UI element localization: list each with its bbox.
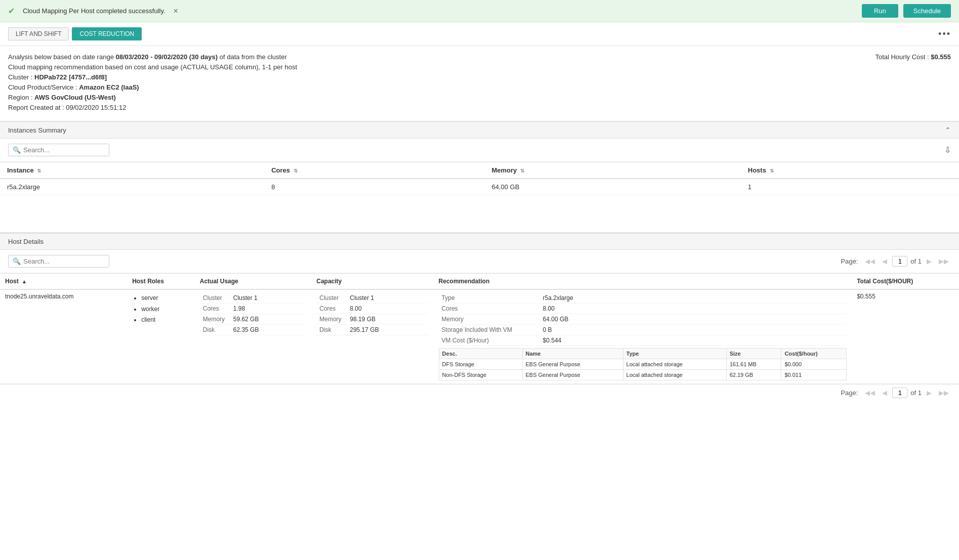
page-of-top: of 1	[910, 257, 922, 265]
instance-sort-icon[interactable]: ⇅	[37, 168, 41, 174]
instances-table: Instance ⇅ Cores ⇅ Memory ⇅ Hosts ⇅ r5a	[0, 162, 959, 195]
cluster-text: Cluster : HDPab722 [4757...d6f8]	[8, 73, 297, 81]
instances-section: Instances Summary ⌃ 🔍 ⇩ Instance ⇅ Cores…	[0, 121, 959, 233]
host-pagination-bottom: Page: ◀◀ ◀ of 1 ▶ ▶▶	[0, 384, 959, 401]
host-details-search-wrap: 🔍	[8, 255, 109, 268]
page-of-bottom: of 1	[910, 389, 922, 397]
host-table: Host ▲ Host Roles Actual Usage Capacity …	[0, 273, 959, 384]
page-next-bottom[interactable]: ▶	[925, 388, 934, 398]
date-range-suffix: of data from the cluster	[218, 53, 287, 61]
notification-bar: ✔ Cloud Mapping Per Host completed succe…	[0, 0, 959, 22]
tab-cost-reduction[interactable]: COST REDUCTION	[72, 27, 142, 40]
run-button[interactable]: Run	[862, 4, 898, 18]
cell-total-cost: $0.555	[852, 289, 959, 384]
page-label-top: Page:	[841, 257, 858, 265]
region-text: Region : AWS GovCloud (US-West)	[8, 94, 297, 101]
instances-search-row: 🔍 ⇩	[0, 139, 959, 162]
cell-instance: r5a.2xlarge	[0, 179, 264, 195]
instances-summary-collapse-button[interactable]: ⌃	[945, 126, 951, 134]
instances-download-button[interactable]: ⇩	[944, 145, 951, 155]
product-text: Cloud Product/Service : Amazon EC2 (IaaS…	[8, 83, 297, 91]
page-last-top[interactable]: ▶▶	[937, 256, 951, 266]
total-cost-display: Total Hourly Cost : $0.555	[875, 53, 951, 61]
host-details-search-row: 🔍 Page: ◀◀ ◀ of 1 ▶ ▶▶	[0, 250, 959, 273]
host-sort-icon[interactable]: ▲	[22, 279, 27, 284]
instances-search-wrap: 🔍	[8, 144, 109, 156]
instances-search-icon: 🔍	[13, 146, 21, 154]
cell-recommendation: Typer5a.2xlarge Cores8.00 Memory64.00 GB…	[434, 289, 852, 384]
notification-close-button[interactable]: ×	[171, 6, 181, 17]
col-host: Host ▲	[0, 274, 127, 290]
tabs-row: LIFT AND SHIFT COST REDUCTION •••	[0, 22, 959, 46]
cell-actual-usage: ClusterCluster 1Cores1.98Memory59.62 GBD…	[195, 289, 312, 384]
date-range-text: Analysis below based on date range 08/03…	[8, 53, 297, 61]
success-icon: ✔	[8, 6, 15, 16]
notification-actions: Run Schedule	[862, 4, 951, 18]
instances-table-header-row: Instance ⇅ Cores ⇅ Memory ⇅ Hosts ⇅	[0, 162, 959, 179]
page-next-top[interactable]: ▶	[925, 256, 934, 266]
host-table-header-row: Host ▲ Host Roles Actual Usage Capacity …	[0, 274, 959, 290]
report-created-text: Report Created at : 09/02/2020 15:51:12	[8, 104, 297, 111]
host-pagination-top: Page: ◀◀ ◀ of 1 ▶ ▶▶	[841, 256, 951, 267]
analysis-info: Analysis below based on date range 08/03…	[8, 53, 297, 114]
host-details-search-icon: 🔍	[13, 257, 21, 265]
total-cost-value: $0.555	[931, 53, 951, 61]
cores-sort-icon[interactable]: ⇅	[294, 168, 298, 174]
date-range-prefix: Analysis below based on date range	[8, 53, 115, 61]
page-first-top[interactable]: ◀◀	[863, 256, 877, 266]
host-details-header: Host Details	[0, 233, 959, 250]
host-table-row: tnode25.unraveldata.com serverworkerclie…	[0, 289, 959, 384]
page-prev-top[interactable]: ◀	[880, 256, 889, 266]
page-number-input-bottom[interactable]	[892, 387, 907, 398]
col-instance: Instance ⇅	[0, 162, 264, 179]
cell-host-roles: serverworkerclient	[127, 289, 195, 384]
tab-more-button[interactable]: •••	[938, 29, 951, 39]
instances-search-input[interactable]	[23, 146, 105, 154]
notification-message: Cloud Mapping Per Host completed success…	[23, 7, 165, 15]
cell-cores: 8	[264, 179, 484, 195]
cell-host-name: tnode25.unraveldata.com	[0, 289, 127, 384]
page-label-bottom: Page:	[841, 389, 858, 397]
notification-left: ✔ Cloud Mapping Per Host completed succe…	[8, 6, 181, 17]
host-details-search-input[interactable]	[23, 257, 105, 265]
col-capacity: Capacity	[311, 274, 433, 290]
col-total-cost: Total Cost($/HOUR)	[852, 274, 959, 290]
memory-sort-icon[interactable]: ⇅	[520, 168, 524, 174]
col-hosts: Hosts ⇅	[741, 162, 959, 179]
cloud-mapping-text: Cloud mapping recommendation based on co…	[8, 63, 297, 71]
cell-memory: 64.00 GB	[484, 179, 740, 195]
col-recommendation: Recommendation	[434, 274, 852, 290]
col-memory: Memory ⇅	[484, 162, 740, 179]
table-row: r5a.2xlarge 8 64.00 GB 1	[0, 179, 959, 195]
col-cores: Cores ⇅	[264, 162, 484, 179]
hosts-sort-icon[interactable]: ⇅	[770, 168, 774, 174]
page-prev-bottom[interactable]: ◀	[880, 388, 889, 398]
page-number-input-top[interactable]	[892, 256, 907, 267]
col-actual-usage: Actual Usage	[195, 274, 312, 290]
tab-lift-and-shift[interactable]: LIFT AND SHIFT	[8, 27, 69, 40]
analysis-section: Analysis below based on date range 08/03…	[0, 46, 959, 121]
page-first-bottom[interactable]: ◀◀	[863, 388, 877, 398]
instances-summary-title: Instances Summary	[8, 126, 66, 134]
cell-capacity: ClusterCluster 1Cores8.00Memory98.19 GBD…	[311, 289, 433, 384]
schedule-button[interactable]: Schedule	[903, 4, 951, 18]
date-range-value: 08/03/2020 - 09/02/2020 (30 days)	[115, 53, 218, 61]
page-last-bottom[interactable]: ▶▶	[937, 388, 951, 398]
host-details-section: Host Details 🔍 Page: ◀◀ ◀ of 1 ▶ ▶▶ Host…	[0, 233, 959, 401]
col-host-roles: Host Roles	[127, 274, 195, 290]
instances-summary-header: Instances Summary ⌃	[0, 121, 959, 139]
host-details-title: Host Details	[8, 238, 44, 245]
cell-hosts: 1	[741, 179, 959, 195]
total-cost-label: Total Hourly Cost :	[875, 53, 931, 61]
